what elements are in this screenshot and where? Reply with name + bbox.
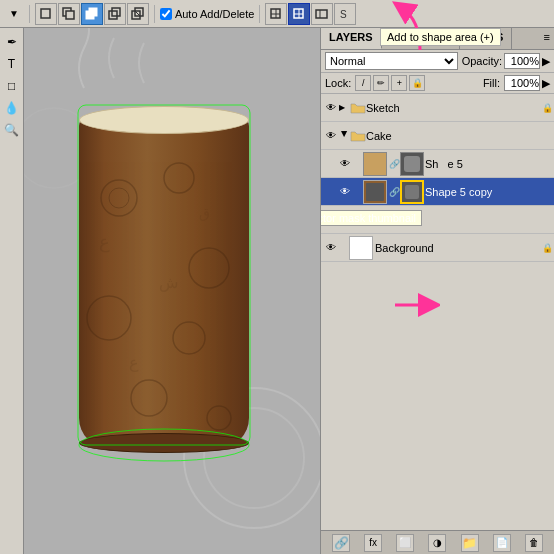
tool-preset[interactable]: ▼ — [4, 3, 24, 25]
thumb-shape5copy-content — [363, 180, 387, 204]
shape-intersect[interactable] — [104, 3, 126, 25]
auto-add-delete-label: Auto Add/Delete — [175, 8, 255, 20]
thumb-shape5-content — [363, 152, 387, 176]
visibility-shape5copy[interactable]: 👁 — [337, 184, 353, 200]
shape-new-layer[interactable] — [35, 3, 57, 25]
lock-all[interactable]: 🔒 — [409, 75, 425, 91]
layer-shape5copy-name: Shape 5 copy — [425, 186, 552, 198]
fill-control: Fill: ▶ — [483, 75, 550, 91]
lock-position[interactable]: + — [391, 75, 407, 91]
thumb-shape5-mask — [400, 152, 424, 176]
layer-shape5[interactable]: 👁 🔗 Sh e 5 — [321, 150, 554, 178]
main-area: ✒ T □ 💧 🔍 — [0, 28, 554, 554]
tool-shape[interactable]: □ — [2, 76, 22, 96]
layer-background-lock: 🔒 — [542, 242, 552, 254]
panel-bottom: 🔗 fx ⬜ ◑ 📁 📄 🗑 — [321, 530, 554, 554]
folder-icon-sketch — [350, 100, 366, 116]
layer-background[interactable]: 👁 Background 🔒 — [321, 234, 554, 262]
add-to-shape-tooltip: Add to shape area (+) — [380, 28, 501, 46]
thumb-shape5copy-vectormask[interactable]: Vector mask thumbnail — [400, 180, 424, 204]
auto-add-delete-option[interactable]: Auto Add/Delete — [160, 8, 255, 20]
tab-layers[interactable]: LAYERS — [321, 28, 382, 49]
fill-arrow[interactable]: ▶ — [542, 77, 550, 90]
new-layer-btn[interactable]: 📄 — [493, 534, 511, 552]
shape-subtract[interactable] — [81, 3, 103, 25]
svg-rect-0 — [41, 9, 50, 18]
vector-mask-tooltip: Vector mask thumbnail — [321, 210, 422, 226]
new-group-btn[interactable]: 📁 — [461, 534, 479, 552]
visibility-sketch[interactable]: 👁 — [323, 100, 339, 116]
tooltip-label: Vector mask thumbnail — [321, 212, 416, 224]
lock-transparent[interactable]: / — [355, 75, 371, 91]
blend-mode-row: Normal Multiply Screen Opacity: ▶ — [321, 50, 554, 73]
new-adjustment-btn[interactable]: ◑ — [428, 534, 446, 552]
svg-rect-6 — [109, 11, 117, 19]
layer-effects-btn[interactable]: fx — [364, 534, 382, 552]
shape-btn-1[interactable] — [265, 3, 287, 25]
thumb-background — [349, 236, 373, 260]
auto-add-delete-checkbox[interactable] — [160, 8, 172, 20]
tool-eyedrop[interactable]: 💧 — [2, 98, 22, 118]
visibility-cake[interactable]: 👁 — [323, 128, 339, 144]
delete-layer-btn[interactable]: 🗑 — [525, 534, 543, 552]
layer-background-name: Background — [375, 242, 542, 254]
fill-label: Fill: — [483, 77, 500, 89]
group-expand-cake[interactable]: ▶ — [340, 131, 349, 141]
shape-add[interactable] — [58, 3, 80, 25]
layers-panel: LAYERS CHANNELS PATHS ≡ Normal Multiply … — [320, 28, 554, 554]
link-shape5copy: 🔗 — [389, 187, 399, 197]
layer-sketch-name: Sketch — [366, 102, 542, 114]
fill-input[interactable] — [504, 75, 540, 91]
tab-layers-label: LAYERS — [329, 31, 373, 43]
tooltip-text: Add to shape area (+) — [387, 31, 494, 43]
opacity-control: Opacity: ▶ — [462, 53, 550, 69]
left-toolbar: ✒ T □ 💧 🔍 — [0, 28, 24, 554]
canvas-area: ع ش ق ع — [24, 28, 320, 554]
selection-outline — [76, 103, 252, 463]
svg-rect-5 — [89, 8, 97, 16]
visibility-background[interactable]: 👁 — [323, 240, 339, 256]
shape-btn-3[interactable] — [311, 3, 333, 25]
blend-mode-select[interactable]: Normal Multiply Screen — [325, 52, 458, 70]
group-expand-sketch[interactable]: ▶ — [339, 103, 349, 112]
layer-shape5copy[interactable]: 👁 🔗 Vector mask thumbnail Shape 5 copy — [321, 178, 554, 206]
tool-zoom[interactable]: 🔍 — [2, 120, 22, 140]
lock-fill-row: Lock: / ✏ + 🔒 Fill: ▶ — [321, 73, 554, 94]
link-layers-btn[interactable]: 🔗 — [332, 534, 350, 552]
shape-options — [35, 3, 149, 25]
svg-rect-17 — [316, 10, 327, 18]
lock-label: Lock: — [325, 77, 351, 89]
link-shape5: 🔗 — [389, 159, 399, 169]
visibility-shape5[interactable]: 👁 — [337, 156, 353, 172]
opacity-label: Opacity: — [462, 55, 502, 67]
shape-exclude[interactable] — [127, 3, 149, 25]
layer-sketch[interactable]: 👁 ▶ Sketch 🔒 — [321, 94, 554, 122]
add-mask-btn[interactable]: ⬜ — [396, 534, 414, 552]
layers-list: 👁 ▶ Sketch 🔒 👁 ▶ Cake 👁 — [321, 94, 554, 530]
layer-cake[interactable]: 👁 ▶ Cake — [321, 122, 554, 150]
shape-btn-4[interactable]: S — [334, 3, 356, 25]
svg-rect-38 — [78, 105, 250, 445]
shape-btn-2[interactable] — [288, 3, 310, 25]
layer-shape5-name: Sh e 5 — [425, 158, 552, 170]
tool-text[interactable]: T — [2, 54, 22, 74]
svg-rect-7 — [112, 8, 120, 16]
svg-rect-2 — [66, 11, 74, 19]
separator-2 — [154, 5, 155, 23]
lock-image[interactable]: ✏ — [373, 75, 389, 91]
tool-pen[interactable]: ✒ — [2, 32, 22, 52]
svg-text:S: S — [340, 9, 347, 20]
layer-cake-name: Cake — [366, 130, 552, 142]
layer-sketch-lock: 🔒 — [542, 102, 552, 114]
separator-3 — [259, 5, 260, 23]
folder-icon-cake — [350, 128, 366, 144]
opacity-input[interactable] — [504, 53, 540, 69]
opacity-arrow[interactable]: ▶ — [542, 55, 550, 68]
lock-icons: / ✏ + 🔒 — [355, 75, 425, 91]
separator-1 — [29, 5, 30, 23]
toolbar: ▼ Auto Add/Delete — [0, 0, 554, 28]
panel-menu-btn[interactable]: ≡ — [540, 28, 554, 49]
svg-rect-41 — [366, 183, 384, 201]
shape-more-options: S — [265, 3, 356, 25]
